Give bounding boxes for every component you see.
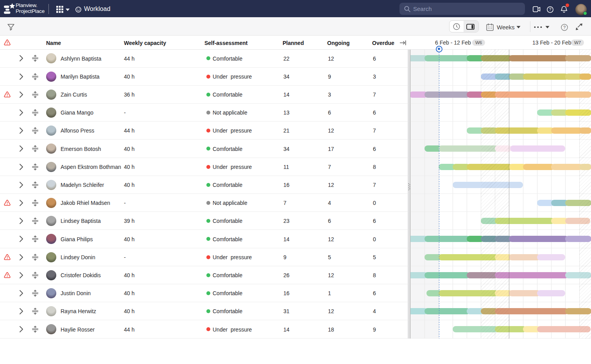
svg-text:?: ?: [563, 25, 566, 30]
svg-text:?: ?: [549, 7, 552, 12]
